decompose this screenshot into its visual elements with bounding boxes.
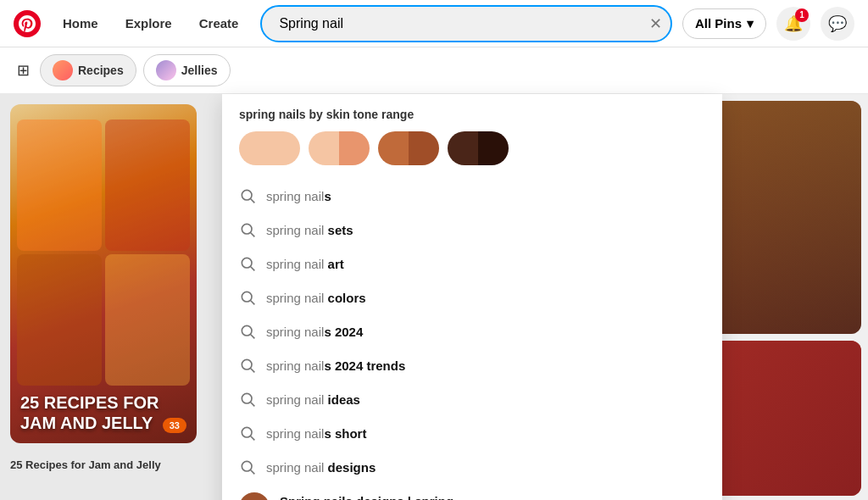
- suggestion-2024[interactable]: spring nails 2024: [222, 314, 722, 348]
- svg-point-11: [242, 359, 252, 369]
- svg-line-4: [251, 233, 255, 237]
- svg-point-9: [242, 325, 252, 336]
- search-icon: [239, 425, 256, 442]
- suggestion-ideas[interactable]: spring nail ideas: [222, 382, 722, 416]
- search-icon: [239, 187, 256, 204]
- skin-tone-section: spring nails by skin tone range: [222, 94, 722, 179]
- svg-point-5: [242, 258, 252, 268]
- search-icon: [239, 357, 256, 374]
- svg-line-18: [251, 470, 255, 475]
- suggestion-short[interactable]: spring nails short: [222, 416, 722, 450]
- filter-row: ⊞ Recipes Jellies: [0, 47, 868, 94]
- skin-tone-label: spring nails by skin tone range: [239, 108, 705, 121]
- suggestion-designs[interactable]: spring nail designs: [222, 450, 722, 484]
- main-content: 25 RECIPES FOR JAM AND JELLY 33 25 Recip…: [0, 94, 868, 500]
- svg-point-0: [14, 10, 41, 37]
- user-avatar: F: [239, 492, 270, 500]
- search-icon: [239, 221, 256, 238]
- svg-point-1: [242, 190, 252, 200]
- user-info: Spring nails designs | spring fatima2219…: [280, 494, 453, 500]
- svg-line-8: [251, 301, 255, 305]
- left-content-area: 25 RECIPES FOR JAM AND JELLY 33 25 Recip…: [0, 94, 222, 500]
- suggestion-user[interactable]: F Spring nails designs | spring fatima22…: [222, 484, 722, 500]
- svg-point-15: [242, 427, 252, 437]
- skin-tone-light[interactable]: [309, 131, 370, 165]
- svg-point-17: [242, 461, 252, 471]
- messages-button[interactable]: 💬: [821, 7, 854, 41]
- skin-tone-medium[interactable]: [378, 131, 439, 165]
- filter-chip-jellies[interactable]: Jellies: [143, 54, 231, 86]
- pinterest-logo[interactable]: [14, 10, 41, 37]
- card-count: 33: [170, 420, 180, 431]
- suggestion-nails[interactable]: spring nails: [222, 179, 722, 213]
- svg-line-16: [251, 436, 255, 441]
- main-nav: Home Explore Create: [51, 9, 250, 37]
- svg-point-13: [242, 393, 252, 403]
- filter-icon[interactable]: ⊞: [14, 58, 33, 83]
- search-icon: [239, 289, 256, 306]
- svg-line-10: [251, 335, 255, 339]
- skin-tone-swatches: [239, 131, 705, 165]
- search-icon: [239, 255, 256, 272]
- svg-point-7: [242, 292, 252, 302]
- chevron-down-icon: ▾: [747, 16, 754, 31]
- svg-line-6: [251, 267, 255, 271]
- suggestion-colors[interactable]: spring nail colors: [222, 281, 722, 314]
- svg-line-14: [251, 403, 255, 407]
- card-caption: 25 Recipes for Jam and Jelly: [0, 453, 222, 476]
- search-icon: [239, 323, 256, 340]
- skin-tone-dark[interactable]: [448, 131, 509, 165]
- suggestion-2024-trends[interactable]: spring nails 2024 trends: [222, 348, 722, 382]
- search-icon: [239, 458, 256, 475]
- skin-tone-lightest[interactable]: [239, 131, 300, 165]
- suggestion-sets[interactable]: spring nail sets: [222, 213, 722, 247]
- nav-home[interactable]: Home: [51, 9, 110, 37]
- nav-create[interactable]: Create: [187, 9, 251, 37]
- suggestion-art[interactable]: spring nail art: [222, 247, 722, 281]
- filter-chip-recipes[interactable]: Recipes: [40, 54, 136, 86]
- notifications-button[interactable]: 🔔 1: [776, 7, 810, 41]
- suggestion-list: spring nails spring nail sets spring nai…: [222, 179, 722, 500]
- search-input[interactable]: [260, 5, 672, 42]
- all-pins-button[interactable]: All Pins ▾: [682, 8, 766, 39]
- card-title-line2: JAM AND JELLY: [20, 413, 186, 433]
- nav-explore[interactable]: Explore: [114, 9, 184, 37]
- svg-line-2: [251, 199, 255, 203]
- search-icon: [239, 391, 256, 408]
- svg-point-3: [242, 224, 252, 234]
- search-clear-button[interactable]: ✕: [649, 14, 662, 33]
- header: Home Explore Create ✕ All Pins ▾ 🔔 1 💬: [0, 0, 868, 47]
- search-wrapper: ✕: [260, 5, 672, 42]
- card-title-line1: 25 RECIPES FOR: [20, 392, 186, 413]
- svg-line-12: [251, 369, 255, 373]
- search-dropdown: spring nails by skin tone range spring n…: [222, 94, 722, 500]
- notification-badge: 1: [795, 8, 809, 22]
